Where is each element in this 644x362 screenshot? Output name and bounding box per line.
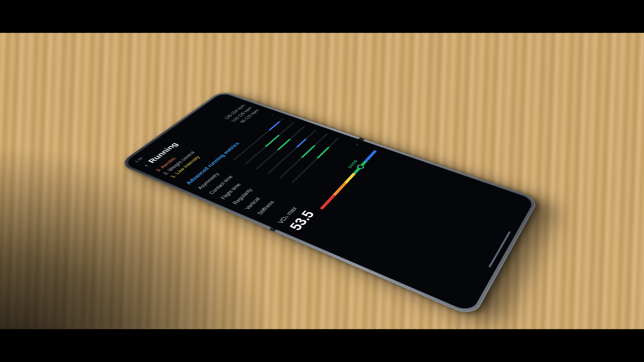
metric-asymmetry-label: Asymmetry xyxy=(196,162,232,190)
vo2max-scale: GOOD xyxy=(320,150,377,209)
phone-frame: 1:16 ‹ Running 3. Aerobic 136-154 bpm 2.… xyxy=(118,90,540,318)
metric-vertical-label: Vertical xyxy=(244,180,279,210)
chevron-right-icon: › xyxy=(269,114,275,116)
phone-screen: 1:16 ‹ Running 3. Aerobic 136-154 bpm 2.… xyxy=(123,93,535,313)
vo2max-marker xyxy=(356,164,365,170)
gesture-bar[interactable] xyxy=(488,231,511,268)
metric-contact-label: Contact time xyxy=(208,167,244,195)
status-time: 1:16 xyxy=(134,157,144,163)
chevron-right-icon: › xyxy=(353,143,360,146)
back-icon[interactable]: ‹ xyxy=(142,163,150,167)
